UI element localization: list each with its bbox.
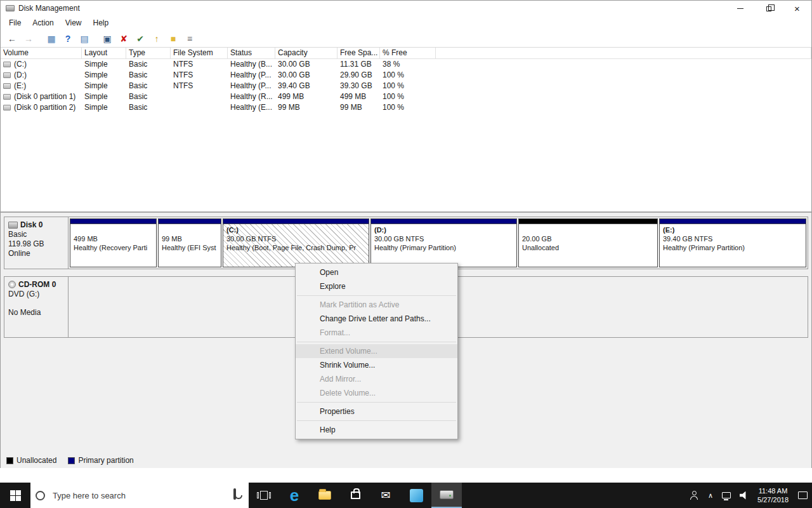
volume-icon — [3, 94, 11, 100]
network-button[interactable] — [717, 483, 735, 508]
partition-d[interactable]: (D:) 30.00 GB NTFS Healthy (Primary Part… — [370, 218, 517, 267]
menu-action[interactable]: Action — [27, 17, 59, 29]
disk0-status: Online — [8, 249, 65, 258]
col-type[interactable]: Type — [126, 48, 171, 59]
menu-file[interactable]: File — [3, 17, 27, 29]
menu-item-add-mirror: Add Mirror... — [296, 372, 457, 386]
task-view-icon — [257, 491, 271, 500]
cdrom-icon — [8, 281, 16, 288]
back-icon[interactable]: ← — [4, 32, 20, 46]
partition-efi[interactable]: 99 MB Healthy (EFI Syst — [158, 218, 221, 267]
partition-color-bar — [371, 219, 516, 224]
taskbar-search[interactable] — [30, 483, 249, 508]
volume-row-partition2[interactable]: (Disk 0 partition 2) Simple Basic Health… — [1, 102, 811, 113]
menu-item-shrink-volume[interactable]: Shrink Volume... — [296, 358, 457, 372]
disk-icon — [8, 222, 18, 229]
disk0-row: Disk 0 Basic 119.98 GB Online 499 MB Hea… — [4, 217, 808, 269]
volume-icon — [3, 105, 11, 110]
windows-logo-icon — [10, 490, 21, 501]
close-button[interactable]: × — [783, 1, 811, 16]
edge-icon: e — [290, 487, 299, 504]
col-freespace[interactable]: Free Spa... — [337, 48, 380, 59]
export-list-icon[interactable]: ▤ — [77, 32, 92, 46]
cdrom-card[interactable]: CD-ROM 0 DVD (G:) No Media — [4, 277, 69, 337]
minimize-icon — [737, 8, 743, 9]
menu-separator — [297, 420, 456, 421]
start-button[interactable] — [0, 483, 30, 508]
col-capacity[interactable]: Capacity — [275, 48, 337, 59]
cdrom-name: CD-ROM 0 — [18, 280, 56, 289]
check-script-icon[interactable]: ✔ — [133, 32, 148, 46]
speaker-icon — [740, 491, 748, 500]
partition-e[interactable]: (E:) 39.40 GB NTFS Healthy (Primary Part… — [659, 218, 806, 267]
forward-icon[interactable]: → — [21, 32, 36, 46]
microphone-icon[interactable] — [233, 490, 244, 501]
edge-button[interactable]: e — [279, 483, 310, 508]
show-tree-icon[interactable]: ▦ — [44, 32, 59, 46]
partition-unallocated[interactable]: 20.00 GB Unallocated — [518, 218, 658, 267]
menu-item-change-drive-letter[interactable]: Change Drive Letter and Paths... — [296, 312, 457, 326]
volume-row-c[interactable]: (C:) Simple Basic NTFS Healthy (B... 30.… — [1, 59, 811, 70]
up-folder-icon[interactable]: ↑ — [149, 32, 164, 46]
col-filesystem[interactable]: File System — [171, 48, 228, 59]
volume-row-e[interactable]: (E:) Simple Basic NTFS Healthy (P... 39.… — [1, 81, 811, 91]
menu-separator — [297, 295, 456, 296]
close-icon: × — [794, 4, 800, 13]
unallocated-swatch — [6, 457, 13, 464]
minimize-button[interactable] — [726, 1, 754, 16]
partition-color-bar — [519, 219, 657, 224]
partition-c[interactable]: (C:) 30.00 GB NTFS Healthy (Boot, Page F… — [223, 218, 369, 267]
app-button-blue[interactable] — [401, 483, 431, 508]
action-center-button[interactable] — [794, 483, 812, 508]
partition-color-bar — [660, 219, 806, 224]
cdrom-status: No Media — [8, 308, 65, 318]
context-menu: Open Explore Mark Partition as Active Ch… — [295, 263, 458, 439]
store-icon — [351, 491, 360, 499]
clock[interactable]: 11:48 AM 5/27/2018 — [752, 486, 794, 504]
tray-overflow-button[interactable]: ∧ — [704, 483, 717, 508]
volume-row-partition1[interactable]: (Disk 0 partition 1) Simple Basic Health… — [1, 91, 811, 102]
partition-color-bar — [223, 219, 369, 224]
list-view-icon[interactable]: ≡ — [182, 32, 197, 46]
col-layout[interactable]: Layout — [82, 48, 126, 59]
volume-row-d[interactable]: (D:) Simple Basic NTFS Healthy (P... 30.… — [1, 70, 811, 81]
menu-view[interactable]: View — [60, 17, 88, 29]
file-explorer-button[interactable] — [310, 483, 340, 508]
chevron-up-icon: ∧ — [708, 491, 713, 500]
mail-button[interactable]: ✉ — [370, 483, 401, 508]
volume-icon — [3, 72, 11, 78]
desktop — [0, 468, 812, 483]
toolbar: ← → ▦ ? ▤ ▣ ✘ ✔ ↑ ■ ≡ — [1, 30, 811, 48]
people-button[interactable] — [685, 483, 704, 508]
menu-item-open[interactable]: Open — [296, 265, 457, 279]
volume-button[interactable] — [735, 483, 752, 508]
app-icon — [6, 5, 15, 11]
people-icon — [690, 491, 699, 500]
menu-item-extend-volume: Extend Volume... — [296, 344, 457, 358]
partition-recovery[interactable]: 499 MB Healthy (Recovery Parti — [70, 218, 157, 267]
menu-item-help[interactable]: Help — [296, 423, 457, 437]
help-icon[interactable]: ? — [60, 32, 75, 46]
volume-table-header: Volume Layout Type File System Status Ca… — [1, 48, 811, 59]
disk-management-taskbar-button[interactable] — [431, 483, 462, 508]
mail-icon: ✉ — [381, 488, 390, 502]
cdrom-media: DVD (G:) — [8, 290, 65, 299]
disk0-card[interactable]: Disk 0 Basic 119.98 GB Online — [4, 217, 69, 269]
restore-button[interactable] — [754, 1, 783, 16]
menu-item-mark-partition-active: Mark Partition as Active — [296, 298, 457, 312]
console-icon[interactable]: ▣ — [100, 32, 115, 46]
task-view-button[interactable] — [249, 483, 279, 508]
col-volume[interactable]: Volume — [1, 48, 82, 59]
menu-separator — [297, 342, 456, 342]
menu-item-properties[interactable]: Properties — [296, 404, 457, 418]
search-input[interactable] — [51, 490, 233, 501]
store-button[interactable] — [340, 483, 370, 508]
menu-item-explore[interactable]: Explore — [296, 279, 457, 293]
new-folder-icon[interactable]: ■ — [166, 32, 181, 46]
delete-icon[interactable]: ✘ — [116, 32, 131, 46]
volume-list-pane: Volume Layout Type File System Status Ca… — [1, 48, 811, 211]
col-status[interactable]: Status — [228, 48, 275, 59]
volume-icon — [3, 83, 11, 89]
menu-help[interactable]: Help — [88, 17, 115, 29]
col-pctfree[interactable]: % Free — [380, 48, 436, 59]
